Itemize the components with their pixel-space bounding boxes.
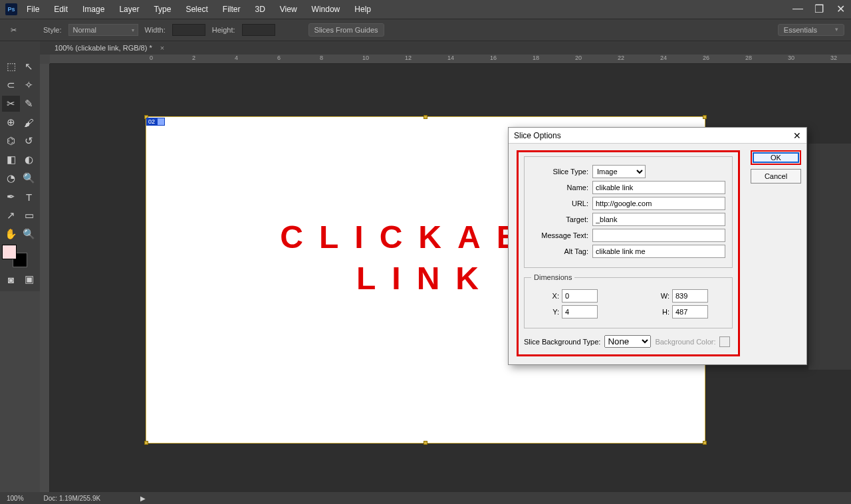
marquee-tool-icon[interactable]: ⬚ (2, 59, 20, 74)
eraser-tool-icon[interactable]: ◧ (2, 152, 20, 168)
menu-view[interactable]: View (280, 5, 297, 14)
w-input[interactable] (672, 289, 708, 303)
menu-window[interactable]: Window (312, 5, 340, 14)
horizontal-ruler: 0 2 4 6 8 10 12 14 16 18 20 22 24 26 28 … (50, 55, 851, 64)
slice-type-icon (157, 118, 165, 126)
wand-tool-icon[interactable]: ✧ (20, 77, 38, 93)
right-panel-dock (808, 144, 851, 370)
highlight-box: Slice Type: Image Name: URL: Target: (517, 150, 740, 356)
slice-tool-icon[interactable]: ✂ (11, 26, 17, 35)
height-field[interactable] (242, 24, 275, 36)
move-tool-icon[interactable]: ↖ (20, 59, 38, 74)
options-bar: ✂ Style: Normal Width: Height: Slices Fr… (0, 19, 851, 41)
menu-filter[interactable]: Filter (223, 5, 241, 14)
alt-label: Alt Tag: (531, 247, 588, 255)
h-input[interactable] (672, 305, 708, 318)
workspace-select[interactable]: Essentials (778, 24, 844, 36)
name-label: Name: (531, 184, 588, 191)
healing-tool-icon[interactable]: ⊕ (2, 114, 20, 130)
close-icon[interactable]: ✕ (835, 3, 846, 15)
stamp-tool-icon[interactable]: ⌬ (2, 133, 20, 149)
bg-type-label: Slice Background Type: (524, 338, 600, 346)
height-label: Height: (212, 26, 235, 34)
menu-select[interactable]: Select (185, 5, 207, 14)
history-brush-icon[interactable]: ↺ (20, 133, 38, 149)
blur-tool-icon[interactable]: ◔ (2, 170, 20, 186)
message-input[interactable] (592, 229, 725, 242)
slices-from-guides-button[interactable]: Slices From Guides (308, 23, 384, 37)
style-select[interactable]: Normal (68, 24, 138, 36)
lasso-tool-icon[interactable]: ⊂ (2, 77, 20, 93)
pen-tool-icon[interactable]: ✒ (2, 189, 20, 205)
menu-3d[interactable]: 3D (255, 5, 265, 14)
target-label: Target: (531, 215, 588, 223)
url-input[interactable] (592, 197, 725, 210)
dimensions-legend: Dimensions (531, 273, 574, 281)
crop-tool-icon[interactable]: ✂ (2, 96, 20, 112)
screenmode-icon[interactable]: ▣ (20, 271, 38, 287)
cancel-button[interactable]: Cancel (751, 169, 801, 184)
name-input[interactable] (592, 181, 725, 194)
menu-type[interactable]: Type (154, 5, 171, 14)
target-input[interactable] (592, 213, 725, 226)
slice-number: 02 (146, 118, 157, 126)
gradient-tool-icon[interactable]: ◐ (20, 152, 38, 168)
dodge-tool-icon[interactable]: 🔍 (20, 170, 38, 186)
ok-button[interactable]: OK (751, 150, 801, 165)
hand-tool-icon[interactable]: ✋ (2, 226, 20, 242)
bg-color-swatch[interactable] (719, 336, 730, 347)
menu-image[interactable]: Image (82, 5, 104, 14)
x-input[interactable] (562, 289, 598, 303)
type-tool-icon[interactable]: T (20, 189, 38, 205)
dialog-titlebar[interactable]: Slice Options ✕ (509, 128, 806, 144)
bg-color-label: Background Color: (655, 338, 715, 346)
menu-help[interactable]: Help (354, 5, 371, 14)
menu-layer[interactable]: Layer (119, 5, 139, 14)
slice-badge: 02 (146, 117, 165, 126)
status-arrow-icon[interactable]: ▶ (140, 495, 146, 502)
url-label: URL: (531, 199, 588, 207)
window-controls: — ❐ ✕ (792, 3, 846, 15)
slice-type-label: Slice Type: (531, 168, 588, 176)
status-bar: 100% Doc: 1.19M/255.9K ▶ (0, 492, 851, 504)
alt-input[interactable] (592, 245, 725, 258)
maximize-icon[interactable]: ❐ (814, 3, 824, 15)
width-field[interactable] (172, 24, 205, 36)
vertical-ruler (40, 64, 50, 492)
minimize-icon[interactable]: — (792, 3, 803, 15)
menu-edit[interactable]: Edit (54, 5, 68, 14)
zoom-tool-icon[interactable]: 🔍 (20, 226, 38, 242)
bg-type-select[interactable]: None (604, 335, 651, 348)
y-input[interactable] (562, 305, 598, 318)
tool-palette: ⬚ ↖ ⊂ ✧ ✂ ✎ ⊕ 🖌 ⌬ ↺ ◧ ◐ ◔ 🔍 ✒ T ↗ ▭ ✋ 🔍 … (0, 41, 40, 291)
foreground-color-swatch[interactable] (2, 245, 17, 259)
menu-bar: Ps File Edit Image Layer Type Select Fil… (0, 0, 851, 19)
dialog-close-icon[interactable]: ✕ (793, 130, 801, 141)
message-label: Message Text: (531, 231, 588, 239)
tab-close-icon[interactable]: × (160, 44, 164, 52)
menu-file[interactable]: File (27, 5, 39, 14)
slice-type-select[interactable]: Image (592, 165, 646, 178)
style-label: Style: (43, 26, 62, 34)
app-logo: Ps (5, 3, 17, 15)
width-label: Width: (145, 26, 166, 34)
slice-options-dialog: Slice Options ✕ OK Cancel Slice Type: Im… (508, 127, 807, 365)
shape-tool-icon[interactable]: ▭ (20, 207, 38, 223)
quickmask-icon[interactable]: ◙ (2, 271, 20, 287)
document-tab-bar: 100% (clickable link, RGB/8) * × (0, 41, 851, 55)
brush-tool-icon[interactable]: 🖌 (20, 114, 38, 130)
zoom-level[interactable]: 100% (7, 495, 24, 502)
eyedropper-tool-icon[interactable]: ✎ (20, 96, 38, 112)
dialog-title: Slice Options (514, 131, 561, 140)
document-tab[interactable]: 100% (clickable link, RGB/8) * (49, 43, 158, 53)
path-tool-icon[interactable]: ↗ (2, 207, 20, 223)
doc-size[interactable]: Doc: 1.19M/255.9K (44, 495, 101, 502)
